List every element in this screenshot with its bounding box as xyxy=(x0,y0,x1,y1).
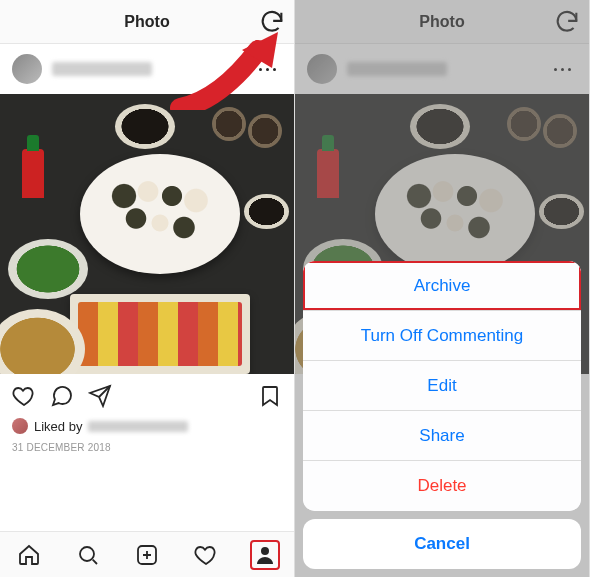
action-edit[interactable]: Edit xyxy=(303,361,581,411)
action-turn-off-commenting[interactable]: Turn Off Commenting xyxy=(303,311,581,361)
liked-by-row[interactable]: Liked by xyxy=(0,418,294,438)
nav-search[interactable] xyxy=(74,541,102,569)
screenshot-left: Photo Liked by 31 xyxy=(0,0,295,577)
comment-icon[interactable] xyxy=(50,384,74,408)
bookmark-icon[interactable] xyxy=(258,384,282,408)
action-delete[interactable]: Delete xyxy=(303,461,581,511)
liker-avatar xyxy=(12,418,28,434)
more-options-button[interactable] xyxy=(252,54,282,84)
page-title: Photo xyxy=(124,13,169,31)
action-sheet-options: Archive Turn Off Commenting Edit Share D… xyxy=(303,261,581,511)
avatar[interactable] xyxy=(12,54,42,84)
post-actions xyxy=(0,374,294,418)
post-date: 31 DECEMBER 2018 xyxy=(0,438,294,463)
action-share[interactable]: Share xyxy=(303,411,581,461)
username[interactable] xyxy=(52,62,152,76)
nav-profile[interactable] xyxy=(251,541,279,569)
liker-username xyxy=(88,421,188,432)
bottom-nav xyxy=(0,531,294,577)
refresh-icon[interactable] xyxy=(258,8,286,36)
post-photo[interactable] xyxy=(0,94,294,374)
post-header xyxy=(0,44,294,94)
action-sheet: Archive Turn Off Commenting Edit Share D… xyxy=(303,261,581,569)
liked-by-label: Liked by xyxy=(34,419,82,434)
nav-home[interactable] xyxy=(15,541,43,569)
like-icon[interactable] xyxy=(12,384,36,408)
share-icon[interactable] xyxy=(88,384,112,408)
action-cancel[interactable]: Cancel xyxy=(303,519,581,569)
svg-point-3 xyxy=(261,547,269,555)
svg-point-1 xyxy=(80,547,94,561)
screenshot-right: Photo Archive Turn Off Commen xyxy=(295,0,590,577)
top-bar: Photo xyxy=(0,0,294,44)
nav-activity[interactable] xyxy=(192,541,220,569)
nav-add[interactable] xyxy=(133,541,161,569)
action-archive[interactable]: Archive xyxy=(303,261,581,311)
